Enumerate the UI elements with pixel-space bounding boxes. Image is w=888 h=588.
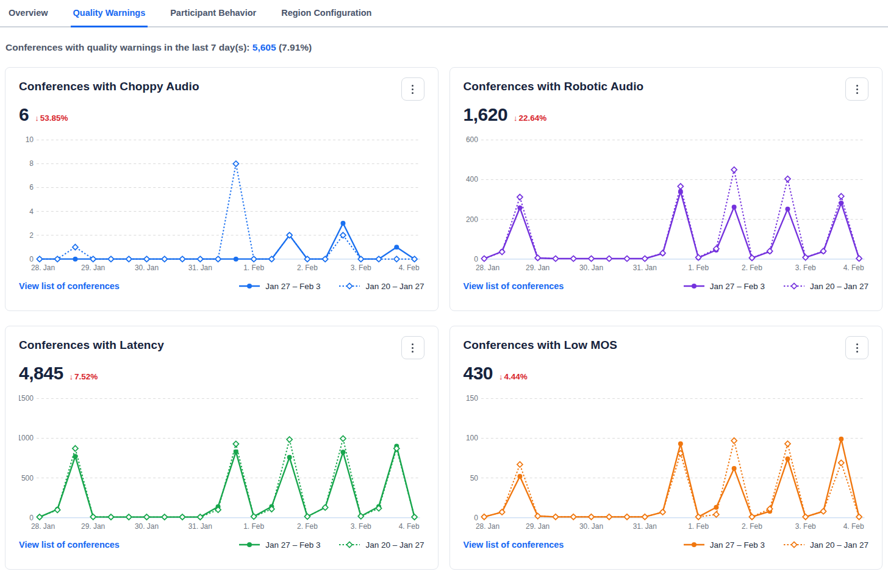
trend-down-arrow-icon: ↓ (514, 113, 518, 123)
trend-down-arrow-icon: ↓ (499, 372, 503, 381)
metric-value: 6 (19, 104, 29, 125)
svg-text:1. Feb: 1. Feb (243, 264, 264, 272)
metric-change-percent: 53.85% (40, 113, 68, 123)
kebab-dot (856, 85, 858, 87)
svg-text:29. Jan: 29. Jan (526, 522, 550, 531)
dotted-line-diamond-marker-icon (338, 541, 360, 548)
kebab-dot (856, 343, 858, 345)
dotted-line-diamond-marker-icon (783, 541, 805, 548)
svg-text:4: 4 (29, 207, 34, 216)
dotted-line-diamond-marker-icon (783, 282, 805, 290)
svg-text:4. Feb: 4. Feb (843, 264, 864, 272)
svg-text:3. Feb: 3. Feb (351, 522, 371, 531)
svg-text:1. Feb: 1. Feb (688, 522, 709, 531)
svg-text:1500: 1500 (19, 394, 34, 403)
svg-text:4. Feb: 4. Feb (399, 264, 420, 272)
card-conferences-with-robotic-audio: Conferences with Robotic Audio 1,620 ↓22… (449, 67, 883, 311)
svg-text:4. Feb: 4. Feb (843, 522, 864, 531)
line-chart: 05010015028. Jan29. Jan30. Jan31. Jan1. … (464, 393, 869, 532)
kebab-dot (856, 351, 858, 353)
svg-text:100: 100 (465, 434, 478, 442)
kebab-dot (412, 351, 414, 353)
metric-value: 1,620 (464, 104, 508, 125)
legend-item-previous-week[interactable]: Jan 20 – Jan 27 (783, 540, 868, 550)
kebab-dot (412, 343, 414, 345)
view-list-of-conferences-link[interactable]: View list of conferences (464, 281, 564, 291)
kebab-menu-button[interactable] (845, 77, 868, 101)
svg-text:3. Feb: 3. Feb (795, 522, 815, 531)
svg-text:2. Feb: 2. Feb (297, 522, 318, 531)
metric-change: ↓4.44% (499, 372, 528, 381)
solid-line-circle-marker-icon (238, 282, 260, 290)
svg-text:600: 600 (465, 135, 478, 144)
view-list-of-conferences-link[interactable]: View list of conferences (19, 540, 120, 550)
svg-text:30. Jan: 30. Jan (579, 522, 603, 531)
charts-grid: Conferences with Choppy Audio 6 ↓53.85% … (5, 67, 883, 570)
line-chart: 024681028. Jan29. Jan30. Jan31. Jan1. Fe… (19, 135, 424, 274)
tab-region-configuration[interactable]: Region Configuration (279, 0, 374, 27)
legend-label-previous: Jan 20 – Jan 27 (365, 282, 424, 291)
legend-label-current: Jan 27 – Feb 3 (710, 282, 765, 291)
svg-text:10: 10 (26, 135, 34, 144)
solid-line-circle-marker-icon (238, 541, 260, 548)
legend-item-current-week[interactable]: Jan 27 – Feb 3 (683, 540, 765, 550)
svg-text:0: 0 (29, 514, 34, 522)
legend-item-previous-week[interactable]: Jan 20 – Jan 27 (338, 540, 424, 550)
card-title: Conferences with Low MOS (464, 339, 618, 352)
kebab-dot (412, 85, 414, 87)
svg-text:0: 0 (474, 514, 478, 522)
legend-label-current: Jan 27 – Feb 3 (265, 540, 320, 550)
line-chart: 020040060028. Jan29. Jan30. Jan31. Jan1.… (464, 135, 869, 274)
svg-text:29. Jan: 29. Jan (81, 264, 105, 272)
chart-legend: Jan 27 – Feb 3 Jan 20 – Jan 27 (683, 540, 868, 550)
kebab-dot (856, 347, 858, 349)
svg-text:31. Jan: 31. Jan (632, 522, 656, 531)
svg-text:28. Jan: 28. Jan (475, 264, 499, 272)
tab-quality-warnings[interactable]: Quality Warnings (71, 0, 148, 27)
kebab-dot (412, 88, 414, 90)
svg-text:8: 8 (29, 159, 34, 168)
svg-text:3. Feb: 3. Feb (795, 264, 815, 272)
view-list-of-conferences-link[interactable]: View list of conferences (19, 281, 120, 291)
svg-text:29. Jan: 29. Jan (81, 522, 105, 531)
chart-legend: Jan 27 – Feb 3 Jan 20 – Jan 27 (238, 540, 424, 550)
kebab-dot (412, 92, 414, 94)
svg-text:50: 50 (470, 474, 478, 482)
kebab-menu-button[interactable] (401, 77, 424, 101)
line-chart: 05001000150028. Jan29. Jan30. Jan31. Jan… (19, 393, 424, 532)
svg-text:1. Feb: 1. Feb (243, 522, 264, 531)
kebab-dot (412, 347, 414, 349)
metric-change-percent: 7.52% (74, 372, 98, 381)
kebab-menu-button[interactable] (845, 336, 868, 359)
metric-change-percent: 4.44% (504, 372, 528, 381)
tab-overview[interactable]: Overview (6, 0, 51, 27)
view-list-of-conferences-link[interactable]: View list of conferences (464, 540, 564, 550)
tab-participant-behavior[interactable]: Participant Behavior (168, 0, 259, 27)
tab-bar: OverviewQuality WarningsParticipant Beha… (0, 0, 888, 27)
legend-label-previous: Jan 20 – Jan 27 (810, 540, 868, 550)
svg-text:30. Jan: 30. Jan (135, 264, 159, 272)
summary-count-link[interactable]: 5,605 (252, 42, 276, 52)
solid-line-circle-marker-icon (683, 541, 705, 548)
svg-text:150: 150 (465, 394, 478, 403)
svg-text:1. Feb: 1. Feb (688, 264, 709, 272)
svg-text:28. Jan: 28. Jan (475, 522, 499, 531)
quality-warnings-summary: Conferences with quality warnings in the… (5, 42, 883, 53)
svg-text:500: 500 (21, 474, 34, 482)
card-conferences-with-latency: Conferences with Latency 4,845 ↓7.52% 05… (5, 326, 439, 570)
kebab-menu-button[interactable] (401, 336, 424, 359)
legend-label-previous: Jan 20 – Jan 27 (365, 540, 424, 550)
metric-change-percent: 22.64% (519, 113, 547, 123)
svg-text:28. Jan: 28. Jan (31, 264, 55, 272)
solid-line-circle-marker-icon (683, 282, 705, 290)
svg-text:2. Feb: 2. Feb (742, 522, 762, 531)
legend-item-current-week[interactable]: Jan 27 – Feb 3 (238, 540, 320, 550)
svg-text:2: 2 (29, 231, 34, 240)
legend-item-previous-week[interactable]: Jan 20 – Jan 27 (338, 282, 424, 291)
legend-item-current-week[interactable]: Jan 27 – Feb 3 (683, 282, 765, 291)
legend-item-current-week[interactable]: Jan 27 – Feb 3 (238, 282, 320, 291)
trend-down-arrow-icon: ↓ (70, 372, 74, 381)
metric-change: ↓22.64% (514, 113, 546, 123)
legend-item-previous-week[interactable]: Jan 20 – Jan 27 (783, 282, 868, 291)
svg-text:29. Jan: 29. Jan (526, 264, 550, 272)
